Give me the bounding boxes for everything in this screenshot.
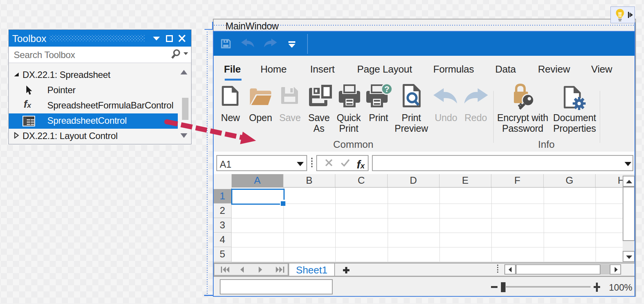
- svg-text:?: ?: [384, 84, 389, 94]
